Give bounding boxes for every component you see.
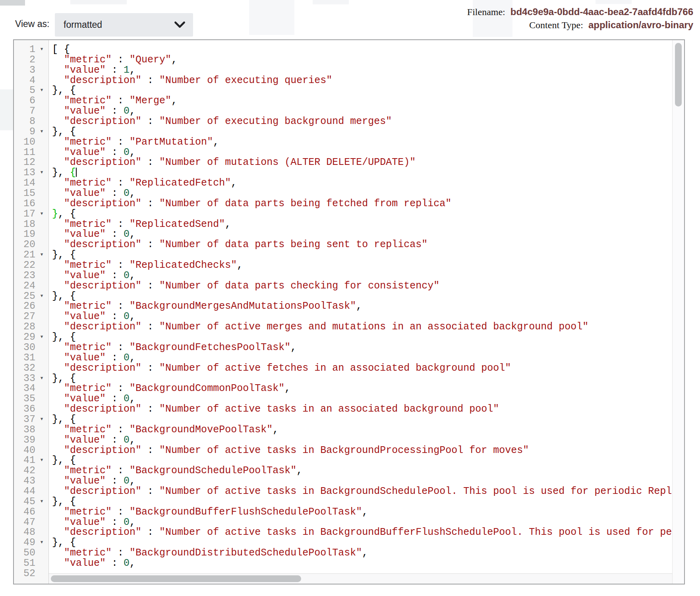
- code-line: "value" : 0,: [52, 517, 672, 528]
- code-line: "description" : "Number of data parts be…: [52, 240, 672, 250]
- gutter-row: 27: [14, 312, 48, 322]
- line-number: 19: [14, 229, 35, 240]
- line-number: 20: [14, 240, 35, 250]
- fold-arrow-empty: [35, 219, 48, 230]
- line-number: 26: [14, 301, 35, 312]
- line-number: 25: [14, 291, 35, 302]
- code-line: "metric" : "BackgroundBufferFlushSchedul…: [52, 507, 672, 517]
- code-line: "metric" : "ReplicatedSend",: [52, 219, 672, 230]
- fold-arrow-empty: [35, 394, 48, 404]
- fold-arrow-icon[interactable]: ▾: [35, 209, 48, 219]
- line-number: 32: [14, 363, 35, 373]
- line-number: 38: [14, 425, 35, 435]
- fold-arrow-empty: [35, 188, 48, 199]
- gutter-row: 37▾: [14, 414, 48, 425]
- gutter-row: 32: [14, 363, 48, 373]
- gutter-row: 31: [14, 353, 48, 363]
- fold-arrow-empty: [35, 363, 48, 373]
- code-line: "description" : "Number of active merges…: [52, 322, 672, 332]
- fold-arrow-empty: [35, 281, 48, 291]
- code-line: "metric" : "Merge",: [52, 96, 672, 106]
- code-line: [ {: [52, 45, 672, 55]
- fold-arrow-icon[interactable]: ▾: [35, 250, 48, 260]
- fold-arrow-icon[interactable]: ▾: [35, 414, 48, 425]
- fold-arrow-icon[interactable]: ▾: [35, 291, 48, 302]
- code-line: "metric" : "BackgroundMovePoolTask",: [52, 425, 672, 435]
- fold-arrow-empty: [35, 445, 48, 456]
- line-number: 24: [14, 281, 35, 291]
- line-number: 51: [14, 558, 35, 569]
- line-number-gutter: 1▾2345▾6789▾10111213▾14151617▾18192021▾2…: [14, 40, 49, 584]
- fold-arrow-empty: [35, 271, 48, 281]
- code-line: "value" : 0,: [52, 353, 672, 363]
- line-number: 48: [14, 527, 35, 538]
- gutter-row: 36: [14, 404, 48, 414]
- gutter-row: 22: [14, 260, 48, 271]
- code-line: "description" : "Number of data parts ch…: [52, 281, 672, 291]
- code-line: "metric" : "ReplicatedFetch",: [52, 178, 672, 188]
- fold-arrow-icon[interactable]: ▾: [35, 373, 48, 384]
- fold-arrow-empty: [35, 240, 48, 250]
- line-number: 36: [14, 404, 35, 414]
- gutter-row: 2: [14, 55, 48, 65]
- code-line: "value" : 1,: [52, 65, 672, 75]
- vertical-scrollbar[interactable]: [672, 40, 684, 584]
- horizontal-scrollbar-thumb[interactable]: [51, 575, 301, 582]
- fold-arrow-empty: [35, 75, 48, 86]
- code-line: }, {: [52, 497, 672, 507]
- background-artifact: [596, 0, 632, 4]
- fold-arrow-empty: [35, 116, 48, 127]
- fold-arrow-empty: [35, 260, 48, 271]
- fold-arrow-icon[interactable]: ▾: [35, 168, 48, 178]
- code-line: "description" : "Number of active tasks …: [52, 404, 672, 414]
- line-number: 14: [14, 178, 35, 188]
- view-as-select[interactable]: formatted: [55, 13, 193, 37]
- code-line: "description" : "Number of active fetche…: [52, 363, 672, 373]
- gutter-row: 35: [14, 394, 48, 404]
- code-content[interactable]: [ { "metric" : "Query", "value" : 1, "de…: [49, 40, 672, 584]
- gutter-row: 39: [14, 435, 48, 445]
- gutter-row: 48: [14, 527, 48, 538]
- fold-arrow-empty: [35, 157, 48, 168]
- line-number: 8: [14, 116, 35, 127]
- gutter-row: 52: [14, 569, 48, 579]
- text-cursor: [76, 168, 77, 177]
- fold-arrow-icon[interactable]: ▾: [35, 455, 48, 466]
- gutter-row: 34: [14, 383, 48, 394]
- code-line: }, {: [52, 85, 672, 96]
- background-artifact: [70, 0, 127, 4]
- file-info-block: Filename: bd4c9e9a-0bdd-4aac-bea2-7aafd4…: [467, 6, 693, 33]
- fold-arrow-empty: [35, 548, 48, 558]
- fold-arrow-icon[interactable]: ▾: [35, 85, 48, 96]
- gutter-row: 11: [14, 147, 48, 158]
- line-number: 52: [14, 569, 35, 579]
- gutter-row: 19: [14, 229, 48, 240]
- fold-arrow-empty: [35, 507, 48, 517]
- horizontal-scrollbar[interactable]: [49, 573, 672, 584]
- code-line: "value" : 0,: [52, 229, 672, 240]
- gutter-row: 49▾: [14, 538, 48, 548]
- line-number: 30: [14, 343, 35, 353]
- code-line: "metric" : "BackgroundDistributedSchedul…: [52, 548, 672, 558]
- gutter-row: 43: [14, 476, 48, 486]
- content-type-value: application/avro-binary: [588, 19, 693, 31]
- vertical-scrollbar-thumb[interactable]: [675, 43, 682, 106]
- fold-arrow-icon[interactable]: ▾: [35, 45, 48, 55]
- fold-arrow-icon[interactable]: ▾: [35, 127, 48, 137]
- code-line: "metric" : "BackgroundCommonPoolTask",: [52, 383, 672, 394]
- json-editor[interactable]: 1▾2345▾6789▾10111213▾14151617▾18192021▾2…: [13, 39, 685, 584]
- fold-arrow-empty: [35, 486, 48, 497]
- code-line: "value" : 0,: [52, 476, 672, 486]
- fold-arrow-empty: [35, 312, 48, 322]
- fold-arrow-icon[interactable]: ▾: [35, 332, 48, 343]
- gutter-row: 47: [14, 517, 48, 528]
- line-number: 47: [14, 517, 35, 528]
- line-number: 15: [14, 188, 35, 199]
- background-artifact: [249, 0, 294, 35]
- line-number: 16: [14, 199, 35, 209]
- line-number: 17: [14, 209, 35, 219]
- fold-arrow-icon[interactable]: ▾: [35, 497, 48, 507]
- gutter-row: 50: [14, 548, 48, 558]
- gutter-row: 4: [14, 75, 48, 86]
- fold-arrow-icon[interactable]: ▾: [35, 538, 48, 548]
